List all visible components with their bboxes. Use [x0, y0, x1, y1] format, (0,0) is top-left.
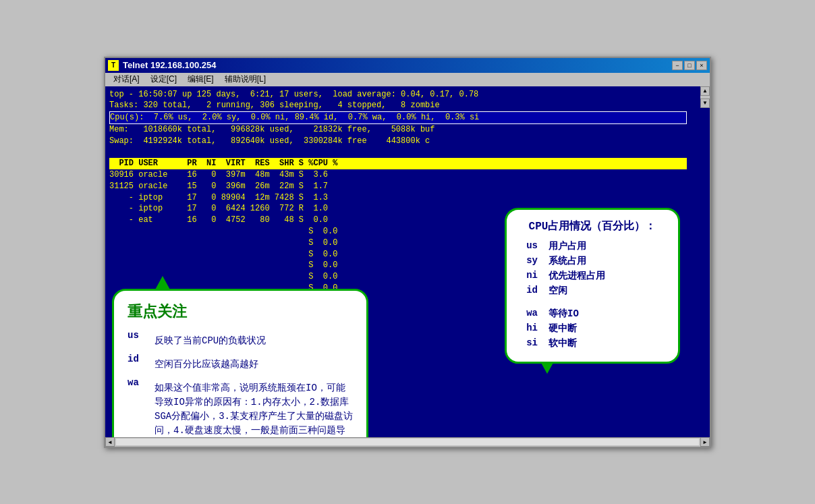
- terminal-header-row: PID USER PR NI VIRT RES SHR S %CPU %: [109, 158, 687, 169]
- focus-entry-us: us 反映了当前CPU的负载状况: [128, 330, 353, 348]
- cpu-key-us: us: [519, 240, 538, 252]
- minimize-button[interactable]: −: [672, 61, 683, 70]
- focus-desc-us: 反映了当前CPU的负载状况: [154, 334, 266, 348]
- menu-help[interactable]: 辅助说明[L]: [219, 73, 271, 86]
- title-bar-left: T Telnet 192.168.100.254: [108, 60, 217, 71]
- menu-edit[interactable]: 编辑[E]: [182, 73, 219, 86]
- scroll-up-button[interactable]: ▲: [700, 86, 710, 96]
- cpu-key-hi: hi: [519, 323, 538, 335]
- cpu-key-id: id: [519, 285, 538, 297]
- cpu-val-sy: 系统占用: [549, 255, 586, 267]
- callout-right-title: CPU占用情况（百分比）：: [519, 219, 666, 233]
- scroll-right-button[interactable]: ►: [700, 437, 710, 447]
- terminal-line-2: Tasks: 320 total, 2 running, 306 sleepin…: [109, 100, 687, 111]
- cpu-entry-ni: ni 优先进程占用: [519, 270, 666, 282]
- scrollbar-right: ▲ ▼: [700, 86, 710, 108]
- cpu-val-wa: 等待IO: [549, 308, 579, 320]
- cpu-val-si: 软中断: [549, 337, 577, 349]
- title-buttons: − □ ×: [672, 61, 707, 70]
- title-bar: T Telnet 192.168.100.254 − □ ×: [105, 58, 710, 73]
- window-title: Telnet 192.168.100.254: [123, 60, 217, 70]
- cpu-key-si: si: [519, 337, 538, 349]
- cpu-entry-hi: hi 硬中断: [519, 323, 666, 335]
- cpu-entry-wa: wa 等待IO: [519, 308, 666, 320]
- scrollbar-bottom: ◄ ►: [105, 437, 710, 447]
- terminal-line-blank: [109, 146, 687, 158]
- cpu-key-wa: wa: [519, 308, 538, 320]
- cpu-entry-si: si 软中断: [519, 337, 666, 349]
- cpu-entry-sy: sy 系统占用: [519, 255, 666, 267]
- scroll-left-button[interactable]: ◄: [105, 437, 115, 447]
- cpu-entry-id: id 空闲: [519, 285, 666, 297]
- maximize-button[interactable]: □: [684, 61, 695, 70]
- close-button[interactable]: ×: [696, 61, 707, 70]
- callout-key-focus: 重点关注 us 反映了当前CPU的负载状况 id 空闲百分比应该越高越好 wa …: [112, 289, 368, 437]
- telnet-icon: T: [108, 60, 119, 71]
- terminal-row-3: - iptop 17 0 89904 12m 7428 S 1.3: [109, 192, 687, 204]
- focus-entry-id: id 空闲百分比应该越高越好: [128, 354, 353, 372]
- cpu-key-ni: ni: [519, 270, 538, 282]
- terminal-row-1: 30916 oracle 16 0 397m 48m 43m S 3.6: [109, 169, 687, 181]
- focus-key-wa: wa: [128, 377, 144, 388]
- focus-entry-wa: wa 如果这个值非常高，说明系统瓶颈在IO，可能导致IO异常的原因有：1.内存太…: [128, 377, 353, 437]
- terminal-row-2: 31125 oracle 15 0 396m 26m 22m S 1.7: [109, 181, 687, 192]
- focus-desc-wa: 如果这个值非常高，说明系统瓶颈在IO，可能导致IO异常的原因有：1.内存太小，2…: [154, 381, 353, 437]
- terminal-line-1: top - 16:50:07 up 125 days, 6:21, 17 use…: [109, 89, 687, 101]
- cpu-val-id: 空闲: [549, 285, 567, 297]
- terminal-line-3: Cpu(s): 7.6% us, 2.0% sy, 0.0% ni, 89.4%…: [109, 111, 687, 124]
- callout-cpu-info: CPU占用情况（百分比）： us 用户占用 sy 系统占用 ni 优先进程占用: [505, 208, 680, 364]
- telnet-window: T Telnet 192.168.100.254 − □ × 对话[A] 设定[…: [104, 57, 711, 448]
- cpu-key-sy: sy: [519, 255, 538, 267]
- focus-desc-id: 空闲百分比应该越高越好: [154, 358, 258, 372]
- cpu-entry-us: us 用户占用: [519, 240, 666, 252]
- scroll-track-horizontal: [116, 439, 699, 445]
- cpu-val-hi: 硬中断: [549, 323, 577, 335]
- terminal-line-4: Mem: 1018660k total, 996828k used, 21832…: [109, 124, 687, 136]
- focus-key-us: us: [128, 330, 144, 348]
- menu-dialog[interactable]: 对话[A]: [108, 73, 145, 86]
- cpu-val-ni: 优先进程占用: [549, 270, 605, 282]
- menu-settings[interactable]: 设定[C]: [145, 73, 182, 86]
- terminal: top - 16:50:07 up 125 days, 6:21, 17 use…: [105, 86, 700, 437]
- cpu-val-us: 用户占用: [549, 240, 586, 252]
- terminal-wrapper: top - 16:50:07 up 125 days, 6:21, 17 use…: [105, 86, 710, 437]
- focus-key-id: id: [128, 354, 144, 372]
- menu-bar: 对话[A] 设定[C] 编辑[E] 辅助说明[L]: [105, 73, 710, 86]
- terminal-line-5: Swap: 4192924k total, 892640k used, 3300…: [109, 136, 687, 147]
- scroll-down-button[interactable]: ▼: [700, 99, 710, 108]
- callout-left-title: 重点关注: [128, 302, 353, 322]
